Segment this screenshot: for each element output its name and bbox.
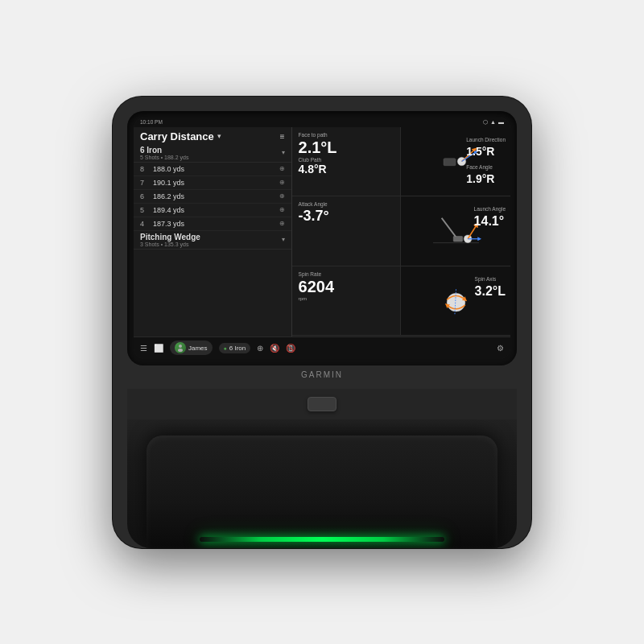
- bottom-toolbar: ☰ ⬜ James ● 6 Iron: [134, 336, 510, 359]
- stat-label-attack: Attack Angle: [299, 201, 394, 207]
- shot-compare-icon: ⊕: [279, 179, 285, 186]
- header-chevron-icon[interactable]: ▾: [217, 132, 221, 140]
- club-name-pw: Pitching Wedge: [140, 233, 200, 242]
- avatar-icon: [176, 344, 184, 352]
- club-subtitle-pw: 3 Shots • 135.3 yds: [140, 242, 200, 247]
- viz-overhead: Launch Direction 1.5°R Face Angle 1.9°R: [401, 127, 510, 197]
- svg-point-13: [178, 349, 183, 352]
- stat-sub-spin: rpm: [299, 296, 394, 301]
- home-button[interactable]: [308, 397, 336, 411]
- viz-spin: Spin Axis 3.2°L: [401, 266, 510, 336]
- shot-distance: 189.4 yds: [153, 206, 279, 214]
- stat-value-club-path: 4.8°R: [299, 163, 394, 175]
- sensor-body: [147, 436, 497, 548]
- stat-attack-angle: Attack Angle -3.7°: [292, 196, 402, 266]
- carry-distance-header: Carry Distance ▾ ≡: [134, 127, 291, 144]
- shot-number: 8: [140, 165, 150, 173]
- shot-row[interactable]: 6 186.2 yds ⊕: [134, 190, 291, 204]
- stat-value-spin: 6204: [299, 278, 394, 296]
- status-bar: 10:10 PM ⬡ ▲ ▬: [134, 118, 510, 127]
- club-section-pw: Pitching Wedge 3 Shots • 135.3 yds ▾: [134, 231, 291, 250]
- battery-icon: ▬: [498, 119, 504, 125]
- settings-icon[interactable]: ⚙: [497, 344, 504, 353]
- sound-off-icon[interactable]: 🔇: [270, 344, 279, 353]
- shot-compare-icon: ⊕: [279, 192, 285, 200]
- shot-distance: 187.3 yds: [153, 220, 279, 228]
- mid-section: [127, 389, 517, 419]
- stat-label-sub: Club Path: [299, 157, 394, 163]
- shot-row[interactable]: 8 188.0 yds ⊕: [134, 163, 291, 176]
- swing-icon[interactable]: ⊕: [257, 344, 263, 353]
- screen-icon[interactable]: ⬜: [154, 344, 163, 353]
- right-panel: Face to path 2.1°L Club Path 4.8°R Launc…: [292, 127, 510, 336]
- club-subtitle: 5 Shots • 188.2 yds: [140, 155, 188, 160]
- viz-iron: Launch Angle 14.1°: [401, 196, 510, 266]
- stat-spin-rate: Spin Rate 6204 rpm: [292, 266, 402, 336]
- screen: 10:10 PM ⬡ ▲ ▬ Carry Distance ▾ ≡: [134, 118, 510, 359]
- club-badge-text: 6 Iron: [229, 345, 246, 352]
- wifi-icon: ▲: [490, 119, 496, 125]
- svg-point-12: [179, 345, 182, 348]
- shot-compare-icon: ⊕: [279, 165, 285, 172]
- menu-icon[interactable]: ☰: [140, 344, 147, 353]
- shot-distance: 188.0 yds: [153, 165, 279, 173]
- svg-line-5: [441, 218, 457, 239]
- shot-number: 7: [140, 179, 150, 187]
- svg-rect-0: [444, 159, 456, 166]
- screen-content: Carry Distance ▾ ≡ 6 Iron 5 Shots • 188.…: [134, 127, 510, 336]
- sensor-glow: [200, 537, 445, 542]
- shot-row[interactable]: 5 189.4 yds ⊕: [134, 204, 291, 217]
- user-avatar: [175, 342, 186, 353]
- user-badge[interactable]: James: [170, 341, 213, 355]
- club-header[interactable]: 6 Iron 5 Shots • 188.2 yds ▾: [140, 146, 285, 160]
- shot-row[interactable]: 4 187.3 yds ⊕: [134, 217, 291, 231]
- club-badge[interactable]: ● 6 Iron: [219, 343, 251, 353]
- svg-rect-6: [453, 236, 462, 242]
- video-off-icon[interactable]: 📵: [286, 344, 295, 353]
- screen-bezel: 10:10 PM ⬡ ▲ ▬ Carry Distance ▾ ≡: [127, 111, 517, 365]
- stat-value-attack: -3.7°: [299, 208, 394, 225]
- stat-value: 2.1°L: [299, 138, 394, 157]
- shot-distance: 186.2 yds: [153, 192, 279, 200]
- brand-label: GARMIN: [301, 365, 343, 386]
- time-display: 10:10 PM: [140, 119, 163, 125]
- club-name: 6 Iron: [140, 146, 188, 155]
- shot-number: 4: [140, 220, 150, 228]
- stat-label-spin: Spin Rate: [299, 271, 394, 277]
- carry-distance-title: Carry Distance: [140, 130, 214, 142]
- status-icons: ⬡ ▲ ▬: [483, 119, 504, 126]
- shot-distance: 190.1 yds: [153, 179, 279, 187]
- club-section-6iron: 6 Iron 5 Shots • 188.2 yds ▾: [134, 144, 291, 163]
- bluetooth-icon: ⬡: [483, 119, 488, 126]
- club-header-pw[interactable]: Pitching Wedge 3 Shots • 135.3 yds ▾: [140, 233, 285, 247]
- device-outer: 10:10 PM ⬡ ▲ ▬ Carry Distance ▾ ≡: [113, 97, 531, 548]
- user-name: James: [188, 345, 208, 352]
- left-panel: Carry Distance ▾ ≡ 6 Iron 5 Shots • 188.…: [134, 127, 292, 336]
- club-chevron-icon[interactable]: ▾: [282, 149, 285, 156]
- filter-icon[interactable]: ≡: [280, 132, 285, 141]
- shot-number: 6: [140, 192, 150, 200]
- sensor-section: [127, 419, 517, 548]
- stat-label: Face to path: [299, 132, 394, 138]
- shot-compare-icon: ⊕: [279, 206, 285, 213]
- pw-chevron-icon[interactable]: ▾: [282, 236, 285, 243]
- shot-compare-icon: ⊕: [279, 220, 285, 227]
- shot-number: 5: [140, 206, 150, 214]
- stat-face-to-path: Face to path 2.1°L Club Path 4.8°R: [292, 127, 402, 197]
- device: 10:10 PM ⬡ ▲ ▬ Carry Distance ▾ ≡: [113, 97, 531, 548]
- shot-row[interactable]: 7 190.1 yds ⊕: [134, 176, 291, 190]
